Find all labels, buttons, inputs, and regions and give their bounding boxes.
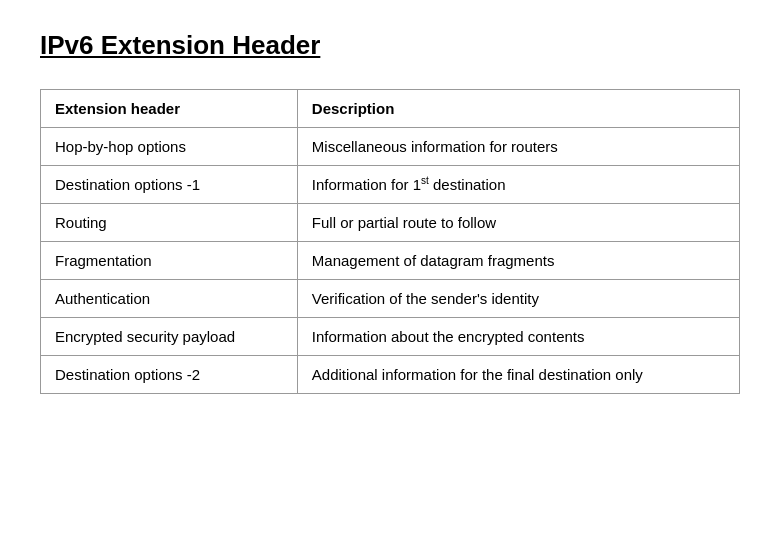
cell-description-4: Verification of the sender's identity	[297, 280, 739, 318]
cell-header-1: Destination options -1	[41, 166, 298, 204]
table-row: Hop-by-hop optionsMiscellaneous informat…	[41, 128, 740, 166]
cell-header-6: Destination options -2	[41, 356, 298, 394]
cell-header-0: Hop-by-hop options	[41, 128, 298, 166]
cell-header-2: Routing	[41, 204, 298, 242]
table-row: Destination options -1Information for 1s…	[41, 166, 740, 204]
cell-description-2: Full or partial route to follow	[297, 204, 739, 242]
table-row: RoutingFull or partial route to follow	[41, 204, 740, 242]
col-header-extension: Extension header	[41, 90, 298, 128]
cell-description-3: Management of datagram fragments	[297, 242, 739, 280]
cell-header-5: Encrypted security payload	[41, 318, 298, 356]
table-row: Destination options -2Additional informa…	[41, 356, 740, 394]
cell-description-1: Information for 1st destination	[297, 166, 739, 204]
cell-description-6: Additional information for the final des…	[297, 356, 739, 394]
table-header-row: Extension header Description	[41, 90, 740, 128]
cell-description-0: Miscellaneous information for routers	[297, 128, 739, 166]
table-row: Encrypted security payloadInformation ab…	[41, 318, 740, 356]
table-row: FragmentationManagement of datagram frag…	[41, 242, 740, 280]
extension-header-table: Extension header Description Hop-by-hop …	[40, 89, 740, 394]
col-header-description: Description	[297, 90, 739, 128]
page-title: IPv6 Extension Header	[40, 30, 740, 61]
cell-header-4: Authentication	[41, 280, 298, 318]
cell-description-5: Information about the encrypted contents	[297, 318, 739, 356]
table-row: AuthenticationVerification of the sender…	[41, 280, 740, 318]
cell-header-3: Fragmentation	[41, 242, 298, 280]
